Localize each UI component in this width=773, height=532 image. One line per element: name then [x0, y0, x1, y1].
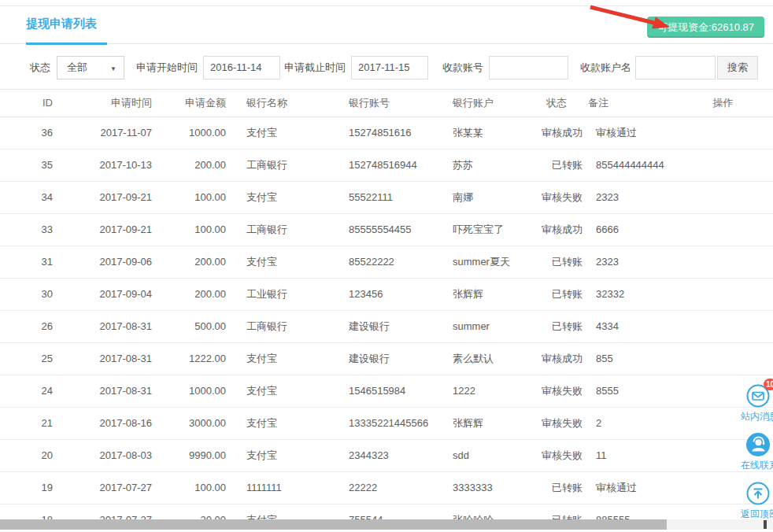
table-cell: 2344323	[346, 439, 449, 471]
column-header: 申请时间	[53, 90, 152, 116]
table-cell: 85555554455	[346, 213, 449, 246]
contact-label[interactable]: 在线联系	[741, 459, 773, 472]
table-cell-action	[673, 213, 773, 246]
column-header: 备注	[586, 90, 673, 116]
table-cell: 200.00	[152, 149, 226, 181]
table-cell: 支付宝	[226, 181, 346, 213]
table-cell: 32332	[586, 278, 673, 310]
table-cell-action	[673, 246, 773, 278]
table-cell: 26	[0, 310, 53, 342]
table-cell: 855444444444	[586, 149, 673, 181]
table-cell: 15274851616	[346, 116, 449, 149]
table-cell: 审核成功	[520, 213, 586, 246]
table-cell: summer夏天	[449, 246, 520, 278]
column-header: 银行账户	[449, 90, 520, 116]
customer-service-icon[interactable]	[746, 433, 770, 456]
start-date-input[interactable]	[203, 56, 280, 79]
table-header-row: ID申请时间申请金额银行名称银行账号银行账户状态备注操作	[0, 90, 773, 116]
envelope-icon[interactable]: 10	[746, 384, 770, 408]
table-cell: 张某某	[449, 116, 520, 149]
table-cell-action	[673, 342, 773, 375]
messages-widget[interactable]: 10 站内消息	[741, 384, 773, 423]
payee-account-input[interactable]	[489, 56, 568, 79]
search-button[interactable]: 搜索	[717, 56, 758, 79]
table-cell: 19	[0, 471, 53, 504]
table-cell: 21	[0, 407, 53, 439]
table-row: 242017-08-311000.00支付宝15465159841222审核失败…	[0, 375, 773, 407]
table-cell: 34	[0, 181, 53, 213]
tab-withdrawal-list[interactable]: 提现申请列表	[26, 17, 97, 31]
table-cell: 35	[0, 149, 53, 181]
table-row: 342017-09-21100.00支付宝55522111南娜审核失败2323	[0, 181, 773, 213]
table-cell: 1000.00	[152, 116, 226, 149]
start-date-label: 申请开始时间	[136, 61, 198, 75]
status-select[interactable]: 全部 ▼	[57, 56, 124, 79]
table-cell: 支付宝	[226, 375, 346, 407]
table-cell-action	[673, 181, 773, 213]
table-cell: 2017-08-31	[53, 375, 152, 407]
table-cell: 1111111	[226, 471, 346, 504]
table-cell: 工商银行	[226, 310, 346, 342]
table-cell: 855	[586, 342, 673, 375]
table-row: 262017-08-31500.00工商银行建设银行summer已转账4334	[0, 310, 773, 342]
table-cell: 2323	[586, 181, 673, 213]
back-to-top-widget[interactable]: 返回顶部	[741, 482, 773, 521]
table-cell: 500.00	[152, 310, 226, 342]
table-cell: 审核通过	[586, 471, 673, 504]
table-cell: 2017-11-07	[53, 116, 152, 149]
end-date-label: 申请截止时间	[284, 61, 346, 75]
table-cell: 2017-09-21	[53, 213, 152, 246]
table-row: 202017-08-039990.00支付宝2344323sdd审核失败11	[0, 439, 773, 471]
horizontal-scrollbar[interactable]	[0, 519, 773, 530]
column-header: 银行名称	[226, 90, 346, 116]
chevron-down-icon: ▼	[110, 65, 117, 72]
table-cell: 200.00	[152, 278, 226, 310]
tab-label: 提现申请列表	[26, 17, 97, 30]
table-cell: 张辉辉	[449, 407, 520, 439]
table-body: 362017-11-071000.00支付宝15274851616张某某审核成功…	[0, 116, 773, 532]
table-cell: 55522111	[346, 181, 449, 213]
table-cell: 工商银行	[226, 213, 346, 246]
column-header: 银行账号	[346, 90, 449, 116]
table-cell: 审核失败	[520, 407, 586, 439]
table-cell: 9990.00	[152, 439, 226, 471]
table-cell: 2017-09-04	[53, 278, 152, 310]
table-cell: 24	[0, 375, 53, 407]
table-cell: 11	[586, 439, 673, 471]
column-header: 状态	[520, 90, 586, 116]
contact-widget[interactable]: 在线联系	[741, 433, 773, 472]
table-cell: 30	[0, 278, 53, 310]
column-header: ID	[0, 90, 53, 116]
table-row: 312017-09-06200.00支付宝85522222summer夏天已转账…	[0, 246, 773, 278]
floating-widgets: 10 站内消息 在线联系	[741, 384, 773, 530]
table-cell: 152748516944	[346, 149, 449, 181]
withdrawal-admin-page: 提现申请列表 可提现资金:62610.87 状态 全部 ▼ 申请开始时间 申请截…	[0, 0, 773, 532]
table-cell: 123456	[346, 278, 449, 310]
table-cell: 200.00	[152, 246, 226, 278]
table-cell: 6666	[586, 213, 673, 246]
payee-name-input[interactable]	[635, 56, 716, 79]
table-cell: 支付宝	[226, 342, 346, 375]
top-strip	[0, 0, 773, 6]
withdrawable-funds-button[interactable]: 可提现资金:62610.87	[647, 17, 764, 38]
table-row: 332017-09-21100.00工商银行85555554455吓死宝宝了审核…	[0, 213, 773, 246]
table-row: 212017-08-163000.00支付宝13335221445566张辉辉审…	[0, 407, 773, 439]
messages-label[interactable]: 站内消息	[741, 410, 773, 423]
table-cell: 100.00	[152, 181, 226, 213]
table-cell-action	[673, 149, 773, 181]
table-cell: 2017-08-16	[53, 407, 152, 439]
scrollbar-thumb[interactable]	[0, 519, 667, 530]
scrollbar-corner	[764, 520, 767, 529]
table-cell: 22222	[346, 471, 449, 504]
table-cell: 审核失败	[520, 439, 586, 471]
table-cell: 2017-07-27	[53, 471, 152, 504]
payee-account-label: 收款账号	[442, 61, 483, 75]
table-cell: 审核失败	[520, 375, 586, 407]
table-cell: 13335221445566	[346, 407, 449, 439]
table-cell-action	[673, 310, 773, 342]
back-to-top-icon[interactable]	[746, 482, 770, 505]
table-cell: 4334	[586, 310, 673, 342]
table-row: 302017-09-04200.00工业银行123456张辉辉已转账32332	[0, 278, 773, 310]
table-cell: 33	[0, 213, 53, 246]
end-date-input[interactable]	[351, 56, 428, 79]
